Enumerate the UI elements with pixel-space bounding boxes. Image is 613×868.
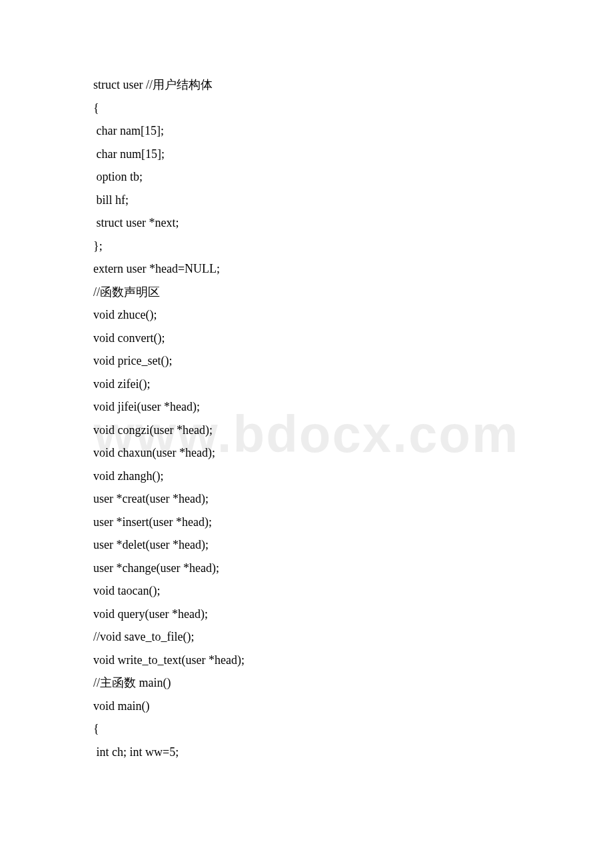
code-line: struct user *next; [93,211,520,235]
code-line: //函数声明区 [93,281,520,304]
code-line: { [93,97,520,120]
code-line: user *insert(user *head); [93,511,520,534]
code-line: //void save_to_file(); [93,625,520,649]
code-line: bill hf; [93,189,520,212]
code-line: user *creat(user *head); [93,487,520,511]
code-line: extern user *head=NULL; [93,257,520,281]
code-line: { [93,717,520,741]
code-line: void zhuce(); [93,303,520,327]
code-line: void zhangh(); [93,465,520,488]
code-line: struct user //用户结构体 [93,73,520,97]
code-line: void price_set(); [93,349,520,373]
code-line: void zifei(); [93,373,520,396]
code-line: void main() [93,695,520,718]
code-line: //主函数 main() [93,671,520,695]
code-line: int ch; int ww=5; [93,741,520,764]
code-line: void convert(); [93,327,520,350]
code-line: void query(user *head); [93,603,520,626]
code-line: void write_to_text(user *head); [93,649,520,672]
code-line: void chaxun(user *head); [93,441,520,465]
code-line: char num[15]; [93,143,520,166]
code-line: user *change(user *head); [93,557,520,580]
code-block: struct user //用户结构体 { char nam[15]; char… [93,73,520,763]
code-line: void jifei(user *head); [93,395,520,419]
code-line: void taocan(); [93,579,520,603]
code-line: option tb; [93,165,520,189]
code-line: }; [93,235,520,258]
code-line: user *delet(user *head); [93,533,520,557]
code-line: char nam[15]; [93,119,520,143]
code-line: void congzi(user *head); [93,419,520,442]
